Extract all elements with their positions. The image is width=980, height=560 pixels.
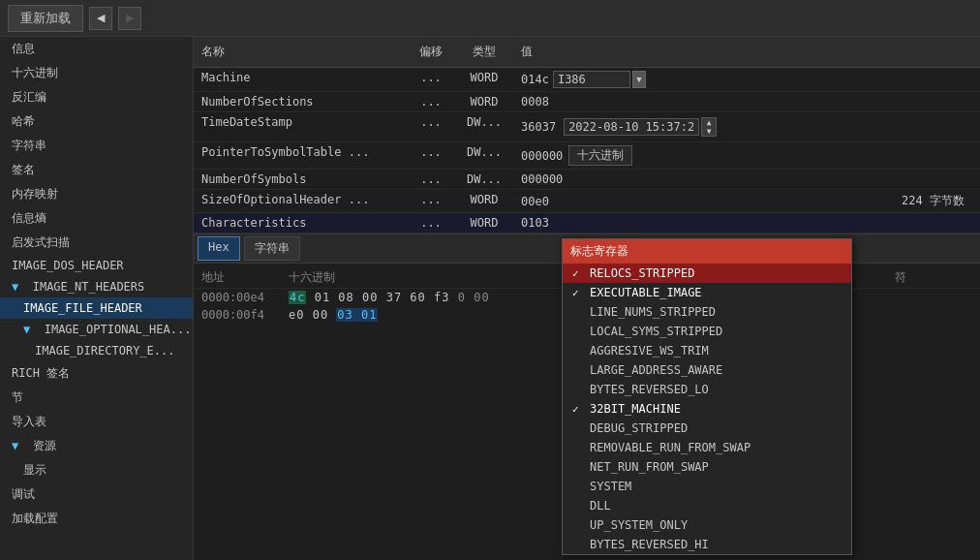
sidebar-item-section[interactable]: 节 — [0, 386, 193, 410]
dropdown-item-debug-stripped[interactable]: DEBUG_STRIPPED — [563, 419, 851, 438]
hex-value: 014c — [521, 73, 549, 86]
field-offset: ... — [407, 190, 455, 212]
dropdown-item-label: UP_SYSTEM_ONLY — [590, 518, 688, 532]
sidebar-item-rich[interactable]: RICH 签名 — [0, 361, 193, 386]
dropdown-item-large-address[interactable]: LARGE_ADDRESS_AWARE — [563, 360, 851, 380]
field-offset: ... — [407, 213, 455, 233]
address-col-header: 地址 — [201, 269, 289, 286]
field-name: Machine — [194, 68, 407, 91]
dropdown-item-net-run[interactable]: NET_RUN_FROM_SWAP — [563, 457, 851, 477]
sidebar-item-disasm[interactable]: 反汇编 — [0, 85, 193, 109]
sidebar-item-directory[interactable]: IMAGE_DIRECTORY_E... — [0, 340, 193, 361]
field-value: 0103 — [513, 213, 980, 233]
table-header: 名称 偏移 类型 值 — [194, 37, 980, 68]
field-type: WORD — [455, 213, 513, 233]
machine-value-input[interactable] — [553, 71, 630, 88]
tab-hex[interactable]: Hex — [198, 236, 240, 261]
field-type: DW... — [455, 142, 513, 169]
dropdown-title: 标志寄存器 — [563, 239, 851, 264]
hex-ascii — [895, 291, 972, 304]
table-row: PointerToSymbolTable ... ... DW... 00000… — [194, 142, 980, 170]
main-layout: 信息 十六进制 反汇编 哈希 字符串 签名 内存映射 信息熵 启发式扫描 IMA… — [0, 37, 980, 560]
nt-headers-triangle: ▼ — [12, 280, 18, 294]
byte-highlighted: 4c — [289, 291, 306, 304]
field-name: Characteristics — [194, 213, 407, 233]
dropdown-item-dll[interactable]: DLL — [563, 496, 851, 515]
datetime-field: ▲ ▼ — [560, 115, 720, 139]
sidebar-item-optional-header[interactable]: ▼ IMAGE_OPTIONAL_HEA... — [0, 319, 193, 340]
hex-value: 00e0 — [521, 195, 549, 208]
sidebar-item-resource[interactable]: ▼ 资源 — [0, 434, 193, 458]
field-name: NumberOfSymbols — [194, 170, 407, 189]
back-button[interactable]: ◀ — [89, 7, 112, 30]
tab-strings[interactable]: 字符串 — [244, 236, 300, 261]
sidebar-item-debug[interactable]: 调试 — [0, 482, 193, 507]
sidebar-item-memmap[interactable]: 内存映射 — [0, 182, 193, 206]
dropdown-item-bytes-reversed-lo[interactable]: BYTES_REVERSED_LO — [563, 380, 851, 399]
field-offset: ... — [407, 112, 455, 141]
sidebar-item-sign[interactable]: 签名 — [0, 158, 193, 182]
spin-button[interactable]: ▲ ▼ — [701, 117, 717, 137]
dropdown-item-local-syms[interactable]: LOCAL_SYMS_STRIPPED — [563, 322, 851, 341]
field-value: 00e0 224 字节数 — [513, 190, 980, 212]
reload-button[interactable]: 重新加载 — [8, 5, 83, 32]
byte-selected: 03 01 — [336, 308, 378, 322]
dropdown-item-aggresive-ws[interactable]: AGGRESIVE_WS_TRIM — [563, 341, 851, 360]
dropdown-item-line-nums[interactable]: LINE_NUMS_STRIPPED — [563, 302, 851, 322]
sidebar-item-entropy[interactable]: 信息熵 — [0, 206, 193, 231]
content-area: 名称 偏移 类型 值 Machine ... WORD 014c ▼ — [194, 37, 980, 560]
dropdown-item-label: BYTES_REVERSED_LO — [590, 383, 709, 396]
dropdown-item-system[interactable]: SYSTEM — [563, 477, 851, 496]
sidebar-item-file-header[interactable]: IMAGE_FILE_HEADER — [0, 297, 193, 319]
dropdown-item-label: 32BIT_MACHINE — [590, 402, 681, 416]
dropdown-item-label: EXECUTABLE_IMAGE — [590, 286, 702, 299]
field-value: 000000 — [513, 170, 980, 189]
dropdown-item-label: LINE_NUMS_STRIPPED — [590, 305, 716, 319]
field-offset: ... — [407, 68, 455, 91]
sidebar-item-nt-headers[interactable]: ▼ IMAGE_NT_HEADERS — [0, 276, 193, 297]
dropdown-item-label: NET_RUN_FROM_SWAP — [590, 460, 709, 474]
spin-down[interactable]: ▼ — [702, 127, 716, 136]
machine-dropdown-arrow[interactable]: ▼ — [632, 71, 646, 88]
check-mark: ✓ — [572, 267, 584, 280]
datetime-input[interactable] — [564, 118, 699, 136]
sidebar-item-hex[interactable]: 十六进制 — [0, 61, 193, 85]
dropdown-item-label: AGGRESIVE_WS_TRIM — [590, 344, 709, 358]
table-section: 名称 偏移 类型 值 Machine ... WORD 014c ▼ — [194, 37, 980, 233]
sidebar-item-info[interactable]: 信息 — [0, 37, 193, 61]
ascii-col-header: 符 — [895, 269, 972, 286]
sidebar: 信息 十六进制 反汇编 哈希 字符串 签名 内存映射 信息熵 启发式扫描 IMA… — [0, 37, 194, 560]
col-header-name: 名称 — [194, 41, 407, 63]
hex-value: 000000 — [521, 149, 563, 163]
field-offset: ... — [407, 170, 455, 189]
sidebar-item-import[interactable]: 导入表 — [0, 410, 193, 434]
dropdown-item-32bit-machine[interactable]: ✓ 32BIT_MACHINE — [563, 399, 851, 419]
dropdown-item-label: BYTES_REVERSED_HI — [590, 538, 709, 551]
sidebar-item-dos-header[interactable]: IMAGE_DOS_HEADER — [0, 255, 193, 276]
dropdown-item-bytes-reversed-hi[interactable]: BYTES_REVERSED_HI — [563, 535, 851, 554]
field-value: 014c ▼ — [513, 68, 980, 91]
forward-button[interactable]: ▶ — [118, 7, 141, 30]
dropdown-item-label: REMOVABLE_RUN_FROM_SWAP — [590, 441, 750, 454]
sidebar-item-loadconfig[interactable]: 加载配置 — [0, 507, 193, 531]
sidebar-item-display[interactable]: 显示 — [0, 458, 193, 482]
col-header-value: 值 — [513, 41, 980, 63]
sidebar-item-hash[interactable]: 哈希 — [0, 109, 193, 134]
field-name: SizeOfOptionalHeader ... — [194, 190, 407, 212]
hex-ascii — [895, 308, 972, 322]
field-offset: ... — [407, 142, 455, 169]
field-type: WORD — [455, 92, 513, 111]
dropdown-item-label: LARGE_ADDRESS_AWARE — [590, 363, 722, 377]
characteristics-row[interactable]: Characteristics ... WORD 0103 — [194, 213, 980, 233]
sidebar-item-strings[interactable]: 字符串 — [0, 134, 193, 158]
dropdown-item-label: DEBUG_STRIPPED — [590, 421, 688, 435]
dropdown-item-label: SYSTEM — [590, 480, 631, 493]
sidebar-item-heuristic[interactable]: 启发式扫描 — [0, 231, 193, 255]
dropdown-item-up-system[interactable]: UP_SYSTEM_ONLY — [563, 515, 851, 535]
dropdown-item-label: RELOCS_STRIPPED — [590, 266, 694, 280]
spin-up[interactable]: ▲ — [702, 118, 716, 127]
dropdown-item-relocs-stripped[interactable]: ✓ RELOCS_STRIPPED — [563, 264, 851, 283]
table-row: NumberOfSections ... WORD 0008 — [194, 92, 980, 112]
dropdown-item-removable-run[interactable]: REMOVABLE_RUN_FROM_SWAP — [563, 438, 851, 457]
dropdown-item-executable-image[interactable]: ✓ EXECUTABLE_IMAGE — [563, 283, 851, 302]
